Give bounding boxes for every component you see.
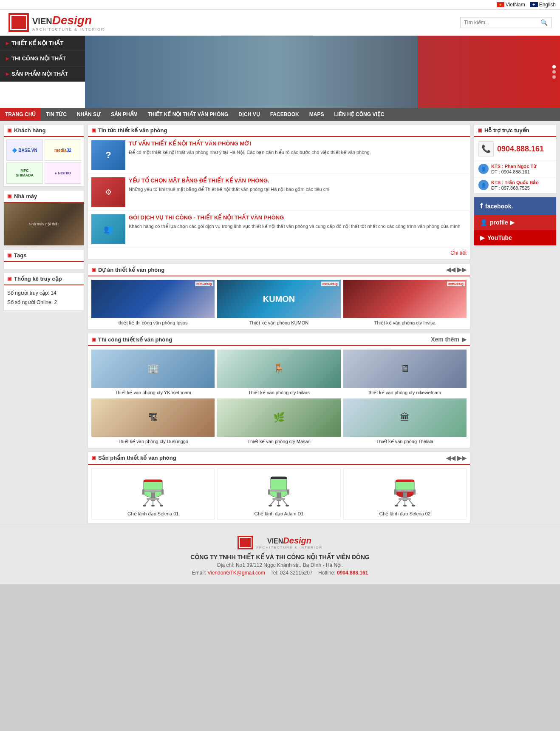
so-nguoi: Số người truy cập: 14 <box>7 289 80 298</box>
thi-cong-image-2[interactable]: 🪑 <box>217 350 340 388</box>
hero-dot[interactable] <box>552 70 556 74</box>
search-input[interactable] <box>464 20 540 26</box>
project-label-2: Thiết kế văn phòng KUMON <box>217 320 340 326</box>
project-image-1[interactable]: mmDesig <box>91 280 215 318</box>
facebook-button[interactable]: f facebook. <box>474 197 556 215</box>
nav-item-nhan-su[interactable]: NHÂN SỰ <box>72 108 106 121</box>
thi-cong-label-3: thiết kế văn phòng cty nikevietnam <box>343 390 467 395</box>
thi-cong-image-4[interactable]: 🏗 <box>91 398 215 437</box>
sidebar-item-thi-cong[interactable]: THI CÔNG NỘI THẤT <box>0 51 85 66</box>
product-item-1: Ghế lãnh đạo Selena 01 <box>91 468 215 520</box>
thi-cong-section: ▣ Thi công thiết kế văn phòng Xem thêm ▶… <box>88 333 470 448</box>
nav-item-tin-tuc[interactable]: TIN TỨC <box>41 108 72 121</box>
project-image-2[interactable]: mmDesig KUMON <box>217 280 340 318</box>
svg-rect-26 <box>268 489 270 495</box>
youtube-button[interactable]: ▶ YouTube <box>474 230 556 245</box>
section-icon: ▣ <box>91 128 96 133</box>
news-item-3: 👥 GÓI DỊCH VỤ THI CÔNG - THIẾT KẾ NỘI TH… <box>88 211 470 248</box>
thi-cong-image-5[interactable]: 🌿 <box>217 398 340 437</box>
project-item-2: mmDesig KUMON Thiết kế văn phòng KUMON <box>217 280 340 326</box>
thi-cong-label-5: Thiết kế văn phòng cty Masan <box>217 438 340 444</box>
hero-navigation[interactable] <box>552 65 556 79</box>
khach-hang-section: ▣ Khách hàng 🔷 BASE.VN media32 MFCSHIMAD… <box>3 124 84 187</box>
svg-point-6 <box>143 505 146 506</box>
thi-cong-image-6[interactable]: 🏛 <box>343 398 467 437</box>
nav-item-trang-chu[interactable]: TRANG CHỦ <box>0 108 41 121</box>
nha-may-section: ▣ Nhà máy Nhà máy nội thất <box>3 190 84 246</box>
xem-them-link[interactable]: Xem thêm <box>431 336 459 343</box>
thi-cong-title: Thi công thiết kế văn phòng <box>98 336 172 343</box>
thi-cong-item-3: 🖥 thiết kế văn phòng cty nikevietnam <box>343 350 467 395</box>
hero-dot[interactable] <box>552 75 556 79</box>
sidebar-item-san-pham[interactable]: SẢN PHẨM NỘI THẤT <box>0 66 85 82</box>
so-online: Số số người Online: 2 <box>7 298 80 307</box>
next-btn[interactable]: ▶▶ <box>457 455 467 461</box>
nav-item-dich-vu[interactable]: DỊCH VỤ <box>233 108 265 121</box>
thi-cong-item-2: 🪑 Thiết kế văn phòng cty tailars <box>217 350 340 395</box>
stats-content: Số người truy cập: 14 Số số người Online… <box>4 285 84 310</box>
sidebar-item-label: THI CÔNG NỘI THẤT <box>11 55 66 62</box>
search-button[interactable]: 🔍 <box>540 19 548 26</box>
thi-cong-nav: Xem thêm ▶ <box>431 336 467 343</box>
phone-number[interactable]: 0904.888.161 <box>497 145 544 154</box>
product-image-2[interactable] <box>220 471 337 509</box>
thi-cong-header: ▣ Thi công thiết kế văn phòng Xem thêm ▶ <box>88 333 470 346</box>
chi-tiet-link[interactable]: Chi tiết <box>450 250 467 256</box>
logo-subtitle: ARCHITECTURE & INTERIOR <box>32 27 105 31</box>
search-box[interactable]: 🔍 <box>460 17 552 28</box>
thi-cong-image-1[interactable]: 🏢 <box>91 350 215 388</box>
lang-vietnam[interactable]: VietNam <box>497 2 525 8</box>
svg-rect-40 <box>394 489 396 495</box>
nav-item-lien-he[interactable]: LIÊN HỆ CÔNG VIỆC <box>329 108 389 121</box>
next-btn[interactable]: ▶▶ <box>457 266 467 273</box>
footer-hotline[interactable]: 0904.888.161 <box>337 570 368 576</box>
news-title-2[interactable]: YẾU TỐ CHỌN MẶT BẰNG ĐỂ THIẾT KẾ VĂN PHÒ… <box>129 177 467 185</box>
logo[interactable]: VIENDesign ARCHITECTURE & INTERIOR <box>8 13 105 32</box>
nav-item-facebook[interactable]: FACEBOOK <box>265 108 304 121</box>
nav-item-thiet-ke-vp[interactable]: THIẾT KẾ NỘI THẤT VĂN PHÒNG <box>143 108 234 121</box>
person-info-2: KTS : Trần Quốc Bảo ĐT : 097.868.7525 <box>491 180 539 191</box>
thi-cong-image-3[interactable]: 🖥 <box>343 350 467 388</box>
hero-dot[interactable] <box>552 65 556 68</box>
factory-image: Nhà máy nội thất <box>4 203 84 245</box>
product-label-1: Ghế lãnh đạo Selena 01 <box>127 511 178 517</box>
section-icon: ▣ <box>91 455 96 461</box>
header: VIENDesign ARCHITECTURE & INTERIOR 🔍 <box>0 10 560 36</box>
svg-point-22 <box>277 505 280 506</box>
section-icon: ▣ <box>91 337 96 342</box>
prev-btn[interactable]: ◀◀ <box>446 455 455 461</box>
product-item-3: Ghế lãnh đạo Selena 02 <box>343 468 467 520</box>
svg-rect-13 <box>161 489 164 495</box>
sidebar-item-thiet-ke[interactable]: THIẾT KẾ NỘI THẤT <box>0 36 85 51</box>
svg-point-20 <box>269 505 272 506</box>
san-pham-section: ▣ Sản phẩm thiết kế văn phòng ◀◀ ▶▶ <box>88 452 470 523</box>
section-icon: ▣ <box>91 267 96 273</box>
chair-icon-2 <box>264 473 294 507</box>
news-item-1: ? TƯ VẤN THIẾT KẾ NỘI THẤT VĂN PHÒNG MỚI… <box>88 137 470 174</box>
footer-email[interactable]: ViendonGTK@gmail.com <box>207 570 265 576</box>
nav-item-maps[interactable]: MAPS <box>304 108 329 121</box>
lang-english[interactable]: English <box>530 2 556 8</box>
news-image-1: ? <box>91 140 125 170</box>
english-label: English <box>539 2 556 8</box>
san-pham-header: ▣ Sản phẩm thiết kế văn phòng ◀◀ ▶▶ <box>88 452 470 465</box>
project-image-3[interactable]: mmDesig <box>343 280 467 318</box>
svg-line-17 <box>270 500 274 505</box>
project-logo: mmDesig <box>321 282 339 286</box>
nav-item-san-pham[interactable]: SẢN PHẨM <box>106 108 143 121</box>
product-label-3: Ghế lãnh đạo Selena 02 <box>379 511 430 517</box>
person-phone-1: ĐT : 0904.888.161 <box>491 169 536 174</box>
news-title-3[interactable]: GÓI DỊCH VỤ THI CÔNG - THIẾT KẾ NỘI THẤT… <box>129 214 467 222</box>
prev-btn[interactable]: ◀◀ <box>446 266 455 273</box>
xem-them-arrow[interactable]: ▶ <box>462 336 467 343</box>
youtube-icon: ▶ <box>480 234 485 241</box>
person-name-1: KTS : Phan Ngọc Từ <box>491 164 536 169</box>
product-image-3[interactable] <box>346 471 464 509</box>
chair-icon-3 <box>390 473 420 507</box>
khach-hang-title: Khách hàng <box>14 127 45 134</box>
news-title-1[interactable]: TƯ VẤN THIẾT KẾ NỘI THẤT VĂN PHÒNG MỚI <box>129 140 467 148</box>
profile-button[interactable]: 👤 profile ▶ <box>474 215 556 230</box>
product-image-1[interactable] <box>94 471 212 509</box>
sidebar-item-label: THIẾT KẾ NỘI THẤT <box>11 40 63 46</box>
thi-cong-item-5: 🌿 Thiết kế văn phòng cty Masan <box>217 398 340 444</box>
